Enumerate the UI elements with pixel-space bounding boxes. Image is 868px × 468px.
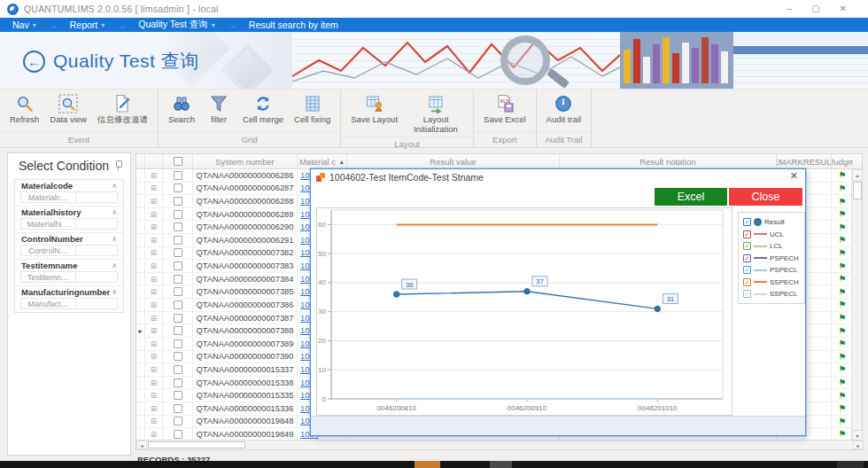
expand-row-icon[interactable]: ⊞: [151, 339, 158, 348]
toolbar-data-view-button[interactable]: Data view: [45, 92, 91, 132]
row-checkbox[interactable]: [174, 261, 182, 270]
expand-row-icon[interactable]: ⊞: [151, 378, 158, 387]
vertical-scrollbar[interactable]: ▴ ▾: [851, 169, 862, 441]
row-checkbox[interactable]: [174, 197, 182, 206]
horizontal-scrollbar[interactable]: ◂ ▸: [136, 440, 864, 449]
toolbar-refresh-button[interactable]: Refresh: [5, 92, 43, 132]
nav-item-result-search-by-item[interactable]: Result search by item: [249, 20, 338, 30]
minimize-button[interactable]: –: [787, 0, 793, 18]
toolbar-search-button[interactable]: Search: [164, 92, 199, 132]
maximize-button[interactable]: ▢: [811, 0, 819, 18]
legend-checkbox[interactable]: ✓: [743, 230, 751, 238]
row-checkbox[interactable]: [174, 236, 182, 245]
expand-row-icon[interactable]: ⊞: [151, 222, 158, 231]
toolbar-button-label: Cell fixing: [294, 115, 330, 125]
expand-row-icon[interactable]: ⊞: [151, 236, 158, 245]
back-arrow-icon[interactable]: ←: [23, 51, 45, 73]
toolbar-save-layout-button[interactable]: Save Layout: [346, 92, 402, 136]
row-checkbox[interactable]: [174, 210, 182, 219]
column-header-result-notation[interactable]: Result notation: [560, 154, 777, 168]
condition-group-materialcode[interactable]: Materialcode∧: [15, 180, 123, 191]
condition-field-input[interactable]: [76, 219, 117, 229]
expand-row-icon[interactable]: ⊞: [151, 352, 158, 361]
row-checkbox[interactable]: [174, 314, 182, 323]
row-checkbox[interactable]: [174, 417, 182, 425]
row-checkbox[interactable]: [174, 171, 182, 180]
close-button[interactable]: ✕: [840, 0, 847, 18]
row-checkbox[interactable]: [174, 300, 182, 309]
toolbar-save-excel-button[interactable]: XLSSave Excel: [479, 92, 531, 132]
vertical-scroll-thumb[interactable]: [853, 182, 862, 199]
expand-row-icon[interactable]: ⊞: [151, 365, 158, 374]
legend-checkbox[interactable]: ✓: [743, 278, 751, 286]
row-checkbox[interactable]: [174, 326, 182, 335]
column-header-material-code[interactable]: Material c▲: [298, 154, 347, 168]
row-checkbox[interactable]: [174, 183, 182, 192]
legend-checkbox[interactable]: ✓: [743, 218, 751, 226]
horizontal-scroll-thumb[interactable]: [148, 441, 245, 448]
scroll-left-icon[interactable]: ◂: [136, 441, 147, 449]
expand-row-icon[interactable]: ⊞: [151, 300, 158, 309]
column-header-remark-result3[interactable]: REMARKRESULT3: [777, 154, 832, 168]
expand-row-icon[interactable]: ⊞: [151, 248, 158, 257]
toolbar-cell-fixing-button[interactable]: Cell fixing: [290, 92, 335, 132]
condition-field-input[interactable]: [76, 299, 117, 308]
row-checkbox[interactable]: [174, 430, 182, 439]
select-all-checkbox[interactable]: [174, 157, 182, 166]
row-checkbox[interactable]: [174, 352, 182, 361]
expand-row-icon[interactable]: ⊞: [151, 404, 158, 413]
legend-checkbox[interactable]: ✓: [743, 254, 751, 262]
condition-group-materialhistory[interactable]: Materialhistory∧: [15, 206, 123, 218]
column-header-system-number[interactable]: System number: [193, 154, 298, 168]
condition-group-controlnumber[interactable]: ControlNumber∧: [15, 232, 123, 245]
expand-row-icon[interactable]: ⊞: [151, 287, 158, 296]
excel-button[interactable]: Excel: [655, 188, 727, 206]
expand-row-icon[interactable]: ⊞: [151, 417, 158, 425]
scroll-up-icon[interactable]: ▴: [852, 169, 863, 181]
row-checkbox[interactable]: [174, 275, 182, 284]
row-checkbox[interactable]: [174, 287, 182, 296]
row-checkbox[interactable]: [174, 378, 182, 387]
condition-field-input[interactable]: [76, 272, 117, 282]
condition-field-input[interactable]: [76, 192, 117, 202]
expand-row-icon[interactable]: ⊞: [151, 430, 158, 439]
expand-row-icon[interactable]: ⊞: [151, 314, 158, 323]
column-header-judgment[interactable]: Judgm: [832, 154, 853, 168]
row-checkbox[interactable]: [174, 248, 182, 257]
condition-group-manufacturingnumber[interactable]: Manufacturingnumber∧: [15, 285, 123, 298]
condition-group-testitemname[interactable]: Testitemname∧: [15, 259, 123, 271]
legend-checkbox[interactable]: ✓: [743, 266, 751, 274]
row-checkbox[interactable]: [174, 365, 182, 374]
nav-item-quality-test[interactable]: Quality Test 查询▾: [138, 19, 215, 31]
expand-row-icon[interactable]: ⊞: [151, 171, 158, 180]
judgment-cell: ⚑: [832, 428, 853, 441]
toolbar-layout-initialization-button[interactable]: Layout Initialization: [404, 92, 468, 136]
toolbar-filter-button[interactable]: filter: [201, 92, 236, 132]
toolbar-item-button[interactable]: 信息修改邀请: [93, 92, 152, 132]
legend-checkbox[interactable]: ✓: [743, 290, 751, 298]
dialog-close-icon[interactable]: ✕: [790, 170, 798, 182]
condition-field-input[interactable]: [76, 246, 117, 255]
row-checkbox[interactable]: [174, 404, 182, 413]
table-init-icon: [426, 94, 446, 113]
expand-row-icon[interactable]: ⊞: [151, 275, 158, 284]
legend-checkbox[interactable]: ✓: [743, 242, 751, 250]
nav-item-nav[interactable]: Nav▾: [12, 20, 36, 30]
row-checkbox[interactable]: [174, 222, 182, 231]
taskbar-segment: [415, 461, 440, 468]
row-checkbox[interactable]: [174, 339, 182, 348]
expand-row-icon[interactable]: ⊞: [151, 261, 158, 270]
pin-icon[interactable]: [115, 160, 121, 171]
expand-row-icon[interactable]: ⊞: [151, 391, 158, 400]
nav-item-report[interactable]: Report▾: [70, 20, 105, 30]
column-header-result-value[interactable]: Result value: [347, 154, 560, 168]
row-checkbox[interactable]: [174, 391, 182, 400]
toolbar-audit-trail-button[interactable]: Audit trail: [542, 92, 586, 132]
expand-row-icon[interactable]: ⊞: [151, 183, 158, 192]
expand-row-icon[interactable]: ⊞: [151, 210, 158, 219]
toolbar-cell-merge-button[interactable]: Cell merge: [238, 92, 288, 132]
expand-row-icon[interactable]: ⊞: [151, 326, 158, 335]
close-dialog-button[interactable]: Close: [729, 188, 802, 206]
scroll-right-icon[interactable]: ▸: [853, 441, 864, 449]
expand-row-icon[interactable]: ⊞: [151, 197, 158, 206]
